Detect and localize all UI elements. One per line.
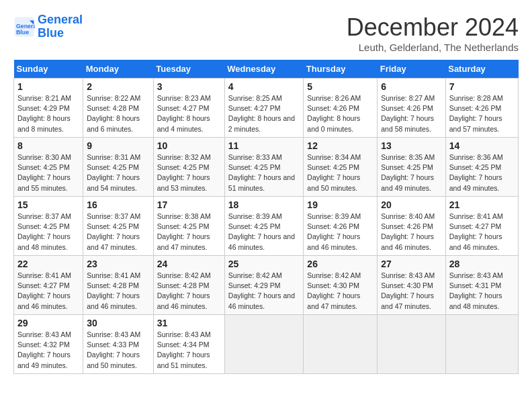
- day-info: Sunrise: 8:43 AM Sunset: 4:31 PM Dayligh…: [449, 271, 515, 312]
- col-header-saturday: Saturday: [445, 60, 518, 79]
- day-cell: 10 Sunrise: 8:32 AM Sunset: 4:25 PM Dayl…: [153, 138, 224, 197]
- day-cell: 13 Sunrise: 8:35 AM Sunset: 4:25 PM Dayl…: [378, 138, 446, 197]
- day-cell: 23 Sunrise: 8:41 AM Sunset: 4:28 PM Dayl…: [83, 256, 154, 315]
- day-cell: 29 Sunrise: 8:43 AM Sunset: 4:32 PM Dayl…: [14, 315, 83, 374]
- day-number: 16: [87, 199, 150, 210]
- day-number: 7: [449, 81, 515, 92]
- day-number: 19: [307, 199, 373, 210]
- day-info: Sunrise: 8:32 AM Sunset: 4:25 PM Dayligh…: [157, 152, 221, 193]
- week-row-1: 1 Sunrise: 8:21 AM Sunset: 4:29 PM Dayli…: [14, 79, 519, 138]
- week-row-5: 29 Sunrise: 8:43 AM Sunset: 4:32 PM Dayl…: [14, 315, 519, 374]
- day-info: Sunrise: 8:41 AM Sunset: 4:28 PM Dayligh…: [87, 271, 150, 312]
- day-info: Sunrise: 8:37 AM Sunset: 4:25 PM Dayligh…: [17, 212, 79, 253]
- day-cell: 16 Sunrise: 8:37 AM Sunset: 4:25 PM Dayl…: [83, 197, 154, 256]
- day-info: Sunrise: 8:38 AM Sunset: 4:25 PM Dayligh…: [157, 212, 221, 253]
- day-info: Sunrise: 8:37 AM Sunset: 4:25 PM Dayligh…: [87, 212, 150, 253]
- day-cell: 26 Sunrise: 8:42 AM Sunset: 4:30 PM Dayl…: [304, 256, 378, 315]
- logo-icon: General Blue: [13, 16, 35, 38]
- day-cell: 17 Sunrise: 8:38 AM Sunset: 4:25 PM Dayl…: [153, 197, 224, 256]
- day-info: Sunrise: 8:21 AM Sunset: 4:29 PM Dayligh…: [17, 93, 79, 134]
- day-cell: [378, 315, 446, 374]
- week-row-2: 8 Sunrise: 8:30 AM Sunset: 4:25 PM Dayli…: [14, 138, 519, 197]
- day-info: Sunrise: 8:39 AM Sunset: 4:25 PM Dayligh…: [228, 212, 300, 253]
- day-number: 20: [381, 199, 442, 210]
- day-number: 14: [449, 140, 515, 151]
- day-info: Sunrise: 8:40 AM Sunset: 4:26 PM Dayligh…: [381, 212, 442, 253]
- day-number: 13: [381, 140, 442, 151]
- day-number: 12: [307, 140, 373, 151]
- day-cell: 25 Sunrise: 8:42 AM Sunset: 4:29 PM Dayl…: [224, 256, 304, 315]
- logo-text: GeneralBlue: [38, 13, 83, 40]
- day-info: Sunrise: 8:42 AM Sunset: 4:29 PM Dayligh…: [228, 271, 300, 312]
- logo: General Blue GeneralBlue: [13, 13, 83, 40]
- day-number: 3: [157, 81, 221, 92]
- day-number: 5: [307, 81, 373, 92]
- title-block: December 2024 Leuth, Gelderland, The Net…: [347, 13, 519, 53]
- svg-text:General: General: [16, 22, 35, 29]
- day-cell: 2 Sunrise: 8:22 AM Sunset: 4:28 PM Dayli…: [83, 79, 154, 138]
- day-info: Sunrise: 8:23 AM Sunset: 4:27 PM Dayligh…: [157, 93, 221, 134]
- day-number: 23: [87, 259, 150, 269]
- day-cell: 19 Sunrise: 8:39 AM Sunset: 4:26 PM Dayl…: [304, 197, 378, 256]
- day-cell: 11 Sunrise: 8:33 AM Sunset: 4:25 PM Dayl…: [224, 138, 304, 197]
- day-cell: 30 Sunrise: 8:43 AM Sunset: 4:33 PM Dayl…: [83, 315, 154, 374]
- day-cell: 4 Sunrise: 8:25 AM Sunset: 4:27 PM Dayli…: [224, 79, 304, 138]
- day-number: 28: [449, 259, 515, 269]
- day-info: Sunrise: 8:43 AM Sunset: 4:34 PM Dayligh…: [157, 330, 221, 371]
- day-cell: 20 Sunrise: 8:40 AM Sunset: 4:26 PM Dayl…: [378, 197, 446, 256]
- col-header-wednesday: Wednesday: [224, 60, 304, 79]
- day-number: 24: [157, 259, 221, 269]
- day-number: 26: [307, 259, 373, 269]
- calendar-table: SundayMondayTuesdayWednesdayThursdayFrid…: [13, 60, 519, 374]
- calendar-subtitle: Leuth, Gelderland, The Netherlands: [347, 42, 519, 53]
- day-info: Sunrise: 8:30 AM Sunset: 4:25 PM Dayligh…: [17, 152, 79, 193]
- day-info: Sunrise: 8:43 AM Sunset: 4:32 PM Dayligh…: [17, 330, 79, 371]
- day-cell: 8 Sunrise: 8:30 AM Sunset: 4:25 PM Dayli…: [14, 138, 83, 197]
- day-cell: 27 Sunrise: 8:43 AM Sunset: 4:30 PM Dayl…: [378, 256, 446, 315]
- day-cell: 14 Sunrise: 8:36 AM Sunset: 4:25 PM Dayl…: [445, 138, 518, 197]
- week-row-3: 15 Sunrise: 8:37 AM Sunset: 4:25 PM Dayl…: [14, 197, 519, 256]
- day-cell: 9 Sunrise: 8:31 AM Sunset: 4:25 PM Dayli…: [83, 138, 154, 197]
- day-number: 22: [17, 259, 79, 269]
- week-row-4: 22 Sunrise: 8:41 AM Sunset: 4:27 PM Dayl…: [14, 256, 519, 315]
- day-number: 15: [17, 199, 79, 210]
- col-header-thursday: Thursday: [304, 60, 378, 79]
- day-info: Sunrise: 8:43 AM Sunset: 4:33 PM Dayligh…: [87, 330, 150, 371]
- day-number: 10: [157, 140, 221, 151]
- day-number: 8: [17, 140, 79, 151]
- day-cell: 18 Sunrise: 8:39 AM Sunset: 4:25 PM Dayl…: [224, 197, 304, 256]
- day-cell: 31 Sunrise: 8:43 AM Sunset: 4:34 PM Dayl…: [153, 315, 224, 374]
- day-cell: [224, 315, 304, 374]
- day-info: Sunrise: 8:33 AM Sunset: 4:25 PM Dayligh…: [228, 152, 300, 193]
- day-cell: 7 Sunrise: 8:28 AM Sunset: 4:26 PM Dayli…: [445, 79, 518, 138]
- day-number: 11: [228, 140, 300, 151]
- col-header-monday: Monday: [83, 60, 154, 79]
- day-number: 25: [228, 259, 300, 269]
- day-cell: 1 Sunrise: 8:21 AM Sunset: 4:29 PM Dayli…: [14, 79, 83, 138]
- day-number: 31: [157, 318, 221, 328]
- day-info: Sunrise: 8:43 AM Sunset: 4:30 PM Dayligh…: [381, 271, 442, 312]
- day-info: Sunrise: 8:42 AM Sunset: 4:30 PM Dayligh…: [307, 271, 373, 312]
- day-number: 17: [157, 199, 221, 210]
- day-info: Sunrise: 8:26 AM Sunset: 4:26 PM Dayligh…: [307, 93, 373, 134]
- day-info: Sunrise: 8:25 AM Sunset: 4:27 PM Dayligh…: [228, 93, 300, 134]
- day-number: 30: [87, 318, 150, 328]
- day-cell: 21 Sunrise: 8:41 AM Sunset: 4:27 PM Dayl…: [445, 197, 518, 256]
- header-row: SundayMondayTuesdayWednesdayThursdayFrid…: [14, 60, 519, 79]
- day-number: 18: [228, 199, 300, 210]
- day-cell: 5 Sunrise: 8:26 AM Sunset: 4:26 PM Dayli…: [304, 79, 378, 138]
- day-info: Sunrise: 8:42 AM Sunset: 4:28 PM Dayligh…: [157, 271, 221, 312]
- col-header-sunday: Sunday: [14, 60, 83, 79]
- day-cell: 3 Sunrise: 8:23 AM Sunset: 4:27 PM Dayli…: [153, 79, 224, 138]
- day-info: Sunrise: 8:31 AM Sunset: 4:25 PM Dayligh…: [87, 152, 150, 193]
- day-cell: [445, 315, 518, 374]
- day-cell: 28 Sunrise: 8:43 AM Sunset: 4:31 PM Dayl…: [445, 256, 518, 315]
- day-number: 27: [381, 259, 442, 269]
- calendar-title: December 2024: [347, 13, 519, 42]
- day-cell: 6 Sunrise: 8:27 AM Sunset: 4:26 PM Dayli…: [378, 79, 446, 138]
- day-info: Sunrise: 8:27 AM Sunset: 4:26 PM Dayligh…: [381, 93, 442, 134]
- day-cell: 24 Sunrise: 8:42 AM Sunset: 4:28 PM Dayl…: [153, 256, 224, 315]
- day-info: Sunrise: 8:28 AM Sunset: 4:26 PM Dayligh…: [449, 93, 515, 134]
- day-number: 21: [449, 199, 515, 210]
- day-info: Sunrise: 8:41 AM Sunset: 4:27 PM Dayligh…: [17, 271, 79, 312]
